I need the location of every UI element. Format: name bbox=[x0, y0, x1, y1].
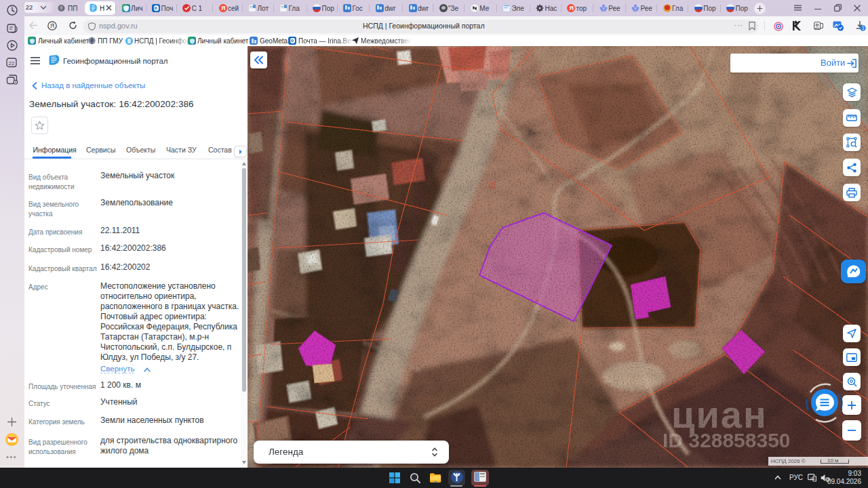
svg-text:3: 3 bbox=[862, 26, 865, 30]
svg-text:Я: Я bbox=[50, 22, 54, 29]
svg-text:22: 22 bbox=[9, 60, 15, 66]
svg-text:КШ: КШ bbox=[810, 477, 815, 481]
